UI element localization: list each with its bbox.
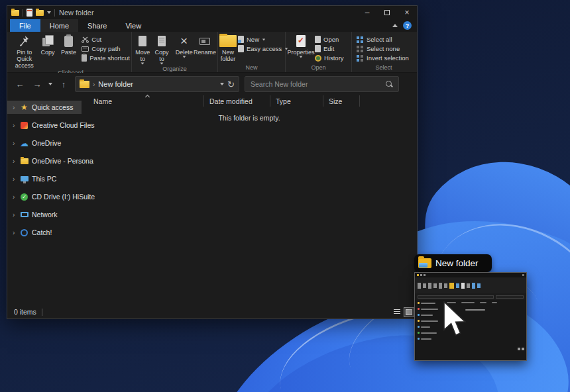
column-header-date-modified[interactable]: Date modified bbox=[204, 95, 270, 107]
move-to-button[interactable]: Move to bbox=[133, 33, 152, 65]
breadcrumb-location[interactable]: New folder bbox=[98, 80, 217, 88]
refresh-button[interactable]: ↻ bbox=[227, 79, 235, 89]
invert-selection-button[interactable]: Invert selection bbox=[356, 54, 409, 62]
new-item-icon bbox=[238, 36, 244, 43]
ribbon-group-organize: Move to Copy to × Delete Rename bbox=[132, 32, 218, 72]
star-icon: ★ bbox=[20, 104, 28, 111]
properties-button[interactable]: Properties bbox=[287, 33, 315, 58]
minimize-button[interactable]: – bbox=[357, 6, 377, 19]
search-box[interactable] bbox=[245, 76, 399, 92]
expand-chevron-icon[interactable]: › bbox=[13, 211, 17, 219]
select-all-button[interactable]: Select all bbox=[356, 36, 409, 43]
properties-shortcut-icon[interactable] bbox=[27, 9, 32, 17]
breadcrumb[interactable]: › New folder ↻ bbox=[75, 76, 239, 92]
expand-chevron-icon[interactable]: › bbox=[13, 175, 17, 183]
recent-locations-button[interactable] bbox=[48, 83, 52, 85]
help-button[interactable]: ? bbox=[403, 21, 412, 30]
forward-button[interactable]: → bbox=[31, 79, 43, 89]
chevron-down-icon bbox=[285, 48, 288, 50]
easy-access-icon bbox=[238, 45, 244, 52]
column-headers: Name Date modified Type Size bbox=[82, 95, 417, 107]
titlebar[interactable]: New folder – × bbox=[7, 6, 417, 19]
chevron-down-icon bbox=[160, 62, 164, 64]
edit-button[interactable]: Edit bbox=[315, 45, 344, 52]
history-button[interactable]: History bbox=[315, 54, 344, 62]
divider bbox=[23, 9, 23, 17]
scissors-icon bbox=[82, 36, 89, 43]
chevron-down-icon[interactable] bbox=[47, 11, 51, 14]
maximize-button[interactable] bbox=[377, 6, 397, 19]
copy-to-icon bbox=[158, 34, 166, 48]
up-button[interactable]: ↑ bbox=[58, 79, 70, 89]
file-list-area: Name Date modified Type Size This folder… bbox=[82, 95, 417, 305]
cut-button[interactable]: Cut bbox=[82, 36, 130, 43]
chevron-down-icon bbox=[141, 62, 144, 64]
taskbar-tooltip-label: New folder bbox=[435, 258, 479, 268]
column-header-type[interactable]: Type bbox=[270, 95, 323, 107]
group-label-open: Open bbox=[287, 64, 350, 72]
close-button[interactable]: × bbox=[397, 6, 417, 19]
tab-share[interactable]: Share bbox=[78, 19, 116, 32]
sidebar-item-quick-access[interactable]: › ★ Quick access bbox=[7, 101, 82, 114]
folder-icon[interactable] bbox=[36, 10, 44, 16]
tab-home[interactable]: Home bbox=[40, 19, 78, 32]
sort-ascending-icon bbox=[145, 95, 150, 99]
easy-access-button[interactable]: Easy access bbox=[238, 45, 288, 52]
rename-button[interactable]: Rename bbox=[194, 33, 216, 56]
quick-access-toolbar bbox=[11, 9, 55, 17]
group-label-new: New bbox=[219, 64, 284, 72]
ribbon-tabs: File Home Share View ? bbox=[7, 19, 417, 32]
sidebar-item-this-pc[interactable]: › This PC bbox=[7, 172, 82, 185]
taskbar-tooltip: New folder bbox=[414, 254, 492, 272]
divider bbox=[54, 9, 55, 17]
rename-icon bbox=[200, 34, 210, 48]
breadcrumb-separator: › bbox=[93, 81, 95, 88]
address-dropdown-button[interactable] bbox=[220, 83, 224, 85]
tab-view[interactable]: View bbox=[116, 19, 150, 32]
sidebar-item-onedrive[interactable]: › ☁ OneDrive bbox=[7, 136, 82, 150]
ribbon: Pin to Quick access Copy Paste Cut bbox=[7, 32, 417, 73]
ribbon-group-new: New folder New Easy access New bbox=[218, 32, 286, 72]
column-header-size[interactable]: Size bbox=[323, 95, 360, 107]
collapse-ribbon-button[interactable] bbox=[392, 24, 398, 27]
pin-to-quick-access-button[interactable]: Pin to Quick access bbox=[11, 33, 37, 69]
select-none-button[interactable]: Select none bbox=[356, 45, 409, 52]
expand-chevron-icon[interactable]: › bbox=[13, 229, 17, 236]
invert-selection-icon bbox=[357, 55, 359, 58]
copy-path-icon bbox=[82, 46, 89, 52]
sidebar-item-network[interactable]: › Network bbox=[7, 208, 82, 221]
sidebar-item-catch[interactable]: › Catch! bbox=[7, 226, 82, 239]
new-item-button[interactable]: New bbox=[238, 36, 288, 43]
paste-icon bbox=[64, 34, 73, 48]
paste-shortcut-button[interactable]: Paste shortcut bbox=[82, 54, 130, 62]
copy-to-button[interactable]: Copy to bbox=[152, 33, 172, 65]
sidebar-item-creative-cloud-files[interactable]: › Creative Cloud Files bbox=[7, 119, 82, 132]
sidebar-item-cd-drive-hisuite[interactable]: › ✓ CD Drive (I:) HiSuite bbox=[7, 190, 82, 203]
expand-chevron-icon[interactable]: › bbox=[13, 193, 17, 201]
open-icon bbox=[315, 36, 321, 43]
search-input[interactable] bbox=[251, 80, 385, 88]
paste-button[interactable]: Paste bbox=[58, 33, 79, 56]
expand-chevron-icon[interactable]: › bbox=[13, 122, 17, 129]
expand-chevron-icon[interactable]: › bbox=[13, 104, 17, 111]
chevron-down-icon bbox=[182, 56, 186, 58]
thumbnail-view-button[interactable] bbox=[404, 307, 414, 317]
details-view-button[interactable] bbox=[392, 307, 402, 317]
delete-button[interactable]: × Delete bbox=[174, 33, 194, 58]
thumbnail-mini-ribbon bbox=[415, 277, 526, 293]
copy-path-button[interactable]: Copy path bbox=[82, 45, 130, 52]
pin-icon bbox=[19, 34, 30, 48]
tab-file[interactable]: File bbox=[10, 19, 40, 32]
open-button[interactable]: Open bbox=[315, 36, 344, 43]
back-button[interactable]: ← bbox=[14, 79, 26, 89]
computer-icon bbox=[20, 175, 28, 183]
column-header-name[interactable]: Name bbox=[82, 95, 204, 107]
copy-button[interactable]: Copy bbox=[37, 33, 58, 56]
sidebar-item-onedrive-personal[interactable]: › OneDrive - Persona bbox=[7, 154, 82, 168]
expand-chevron-icon[interactable]: › bbox=[13, 158, 17, 165]
ribbon-group-open: Properties Open Edit History bbox=[286, 32, 352, 72]
new-folder-button[interactable]: New folder bbox=[219, 33, 237, 62]
divider bbox=[42, 309, 42, 316]
expand-chevron-icon[interactable]: › bbox=[13, 140, 17, 147]
thumbnail-mini-titlebar bbox=[415, 273, 526, 277]
